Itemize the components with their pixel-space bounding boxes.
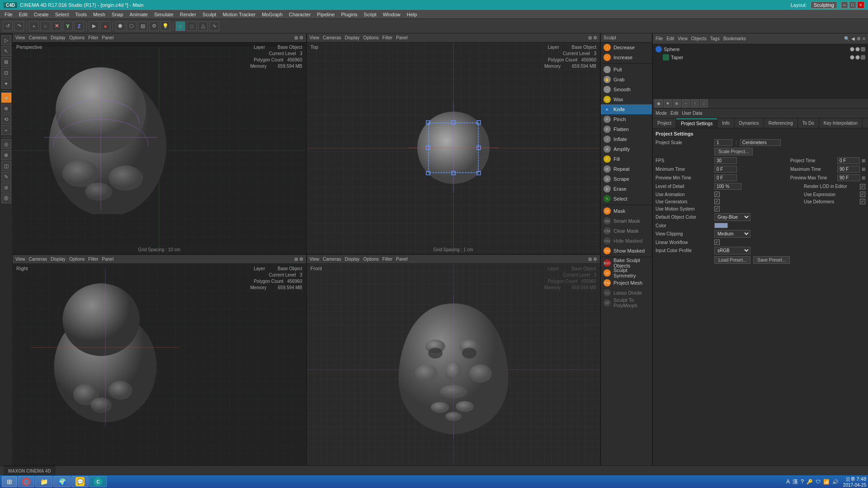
vp-persp-options[interactable]: Options <box>69 35 85 40</box>
taper-vis2[interactable] <box>861 55 865 60</box>
taskbar-kakao[interactable]: 💬 <box>71 476 89 487</box>
toolbar-record[interactable]: ● <box>100 21 110 31</box>
sculpt-flatten[interactable]: F Flatten <box>601 124 652 134</box>
toolbar-cube[interactable]: □ <box>187 21 197 31</box>
save-preset-button[interactable]: Save Preset... <box>753 256 790 264</box>
menu-pipeline[interactable]: Pipeline <box>314 11 337 18</box>
rp-objects[interactable]: Objects <box>691 36 707 41</box>
tab-key-interp[interactable]: Key Interpolation <box>819 118 863 128</box>
obj-tool-1[interactable]: ◉ <box>655 99 663 108</box>
sculpt-to-polymorph[interactable]: SP Sculpt To PolyMorph <box>601 298 652 308</box>
menu-edit[interactable]: Edit <box>16 11 30 18</box>
vp-persp-view[interactable]: View <box>15 35 25 40</box>
tab-project-settings[interactable]: Project Settings <box>676 118 717 128</box>
tray-volume[interactable]: 🔊 <box>832 479 839 485</box>
toolbar-z-tool[interactable]: Z <box>74 21 84 31</box>
menu-create[interactable]: Create <box>31 11 52 18</box>
view-clipping-select[interactable]: Medium <box>714 230 750 238</box>
min-time-input[interactable] <box>714 166 737 173</box>
toolbar-x-tool[interactable]: ✕ <box>52 21 61 31</box>
menu-character[interactable]: Character <box>286 11 313 18</box>
sculpt-amplify[interactable]: A Amplify <box>601 144 652 154</box>
sculpt-erase[interactable]: E Erase <box>601 184 652 194</box>
sculpt-lasso-divide[interactable]: LD Lasso Divide <box>601 288 652 298</box>
sphere-vis1[interactable] <box>855 47 860 52</box>
object-taper[interactable]: Taper <box>654 53 867 61</box>
tool-select-point[interactable]: ✦ <box>1 79 11 89</box>
rp-file[interactable]: File <box>656 36 663 41</box>
preview-max-input[interactable] <box>837 174 860 181</box>
tool-material[interactable]: ⊘ <box>1 183 11 192</box>
taskbar-chrome[interactable]: 🌐 <box>18 476 34 487</box>
taskbar-explorer[interactable]: 📁 <box>35 476 52 487</box>
viewport-right[interactable]: View Cameras Display Options Filter Pane… <box>13 255 307 475</box>
menu-mograph[interactable]: MoGraph <box>259 11 285 18</box>
tool-paint[interactable]: ⊕ <box>1 103 11 113</box>
tool-mirror[interactable]: ◫ <box>1 161 11 171</box>
vp-right-filter[interactable]: Filter <box>88 257 98 262</box>
layout-dropdown[interactable]: Sculpting <box>811 1 837 9</box>
vp-top-cameras[interactable]: Cameras <box>323 35 341 40</box>
tool-move[interactable]: ▷ <box>1 35 11 45</box>
vp-front-options[interactable]: Options <box>363 257 378 262</box>
rp-expand[interactable]: ◀ <box>851 36 855 41</box>
use-deformers-checkbox[interactable] <box>860 199 865 204</box>
tool-camera[interactable]: ◎ <box>1 139 11 149</box>
menu-render[interactable]: Render <box>177 11 199 18</box>
menu-simulate[interactable]: Simulate <box>151 11 176 18</box>
obj-tool-2[interactable]: ▼ <box>664 99 672 108</box>
sculpt-pinch[interactable]: P Pinch <box>601 114 652 124</box>
sculpt-decrease[interactable]: ↓ Decrease <box>601 42 652 52</box>
use-expression-checkbox[interactable] <box>860 192 865 197</box>
use-animation-checkbox[interactable] <box>714 192 720 197</box>
sculpt-inflate[interactable]: I Inflate <box>601 134 652 144</box>
max-time-input[interactable] <box>837 166 860 173</box>
menu-motion-tracker[interactable]: Motion Tracker <box>220 11 258 18</box>
toolbar-poly[interactable]: ⬟ <box>115 21 125 31</box>
rp-tags[interactable]: Tags <box>710 36 720 41</box>
vp-top-options[interactable]: Options <box>363 35 378 40</box>
lod-input[interactable] <box>714 183 741 190</box>
obj-tool-6[interactable]: ↓ <box>700 99 708 108</box>
toolbar-taper[interactable]: △ <box>198 21 208 31</box>
maximize-button[interactable]: □ <box>849 1 856 9</box>
rp-search[interactable]: 🔍 <box>844 36 849 41</box>
sculpt-bake-objects[interactable]: BSO Bake Sculpt Objects <box>601 258 652 268</box>
toolbar-nurbs[interactable]: ∿ <box>209 21 219 31</box>
vp-persp-panel[interactable]: Panel <box>102 35 114 40</box>
vp-persp-filter[interactable]: Filter <box>88 35 98 40</box>
sphere-vis2[interactable] <box>861 47 865 52</box>
sculpt-hide-masked[interactable]: HM Hide Masked <box>601 236 652 246</box>
vp-front-view[interactable]: View <box>310 257 320 262</box>
obj-tool-3[interactable]: ⊕ <box>673 99 681 108</box>
taper-vis1[interactable] <box>855 55 860 60</box>
sculpt-grab[interactable]: ✋ Grab <box>601 75 652 84</box>
tool-render[interactable]: ⦿ <box>1 193 11 203</box>
toolbar-undo[interactable]: ↺ <box>3 21 13 31</box>
tray-key[interactable]: 🔑 <box>807 479 813 485</box>
vp-front-cameras[interactable]: Cameras <box>323 257 341 262</box>
toolbar-settings[interactable]: ⚙ <box>149 21 159 31</box>
color-swatch[interactable] <box>714 223 728 228</box>
sculpt-increase[interactable]: ↑ Increase <box>601 52 652 62</box>
toolbar-grid[interactable]: ▤ <box>138 21 148 31</box>
vp-top-settings[interactable]: ⚙ <box>593 35 597 40</box>
tray-ime2[interactable]: 漢 <box>793 478 798 486</box>
sculpt-fill[interactable]: F Fill <box>601 154 652 164</box>
tab-dynamics[interactable]: Dynamics <box>735 118 764 128</box>
vp-front-panel[interactable]: Panel <box>396 257 408 262</box>
toolbar-light[interactable]: 💡 <box>160 21 170 31</box>
tray-wifi[interactable]: 📶 <box>823 479 830 485</box>
sculpt-select[interactable]: ↖ Select <box>601 194 652 204</box>
menu-plugins[interactable]: Plugins <box>338 11 360 18</box>
viewport-top[interactable]: View Cameras Display Options Filter Pane… <box>307 33 600 254</box>
viewport-front[interactable]: View Cameras Display Options Filter Pane… <box>307 255 600 475</box>
rp-settings1[interactable]: ⚙ <box>857 36 861 41</box>
preview-min-input[interactable] <box>714 174 737 181</box>
sculpt-show-masked[interactable]: SM Show Masked <box>601 246 652 256</box>
toolbar-redo[interactable]: ↷ <box>14 21 24 31</box>
edit-label[interactable]: Edit <box>670 111 678 116</box>
sculpt-project-mesh[interactable]: PM Project Mesh <box>601 278 652 288</box>
rp-settings2[interactable]: ≡ <box>863 36 865 41</box>
rp-bookmarks[interactable]: Bookmarks <box>723 36 746 41</box>
